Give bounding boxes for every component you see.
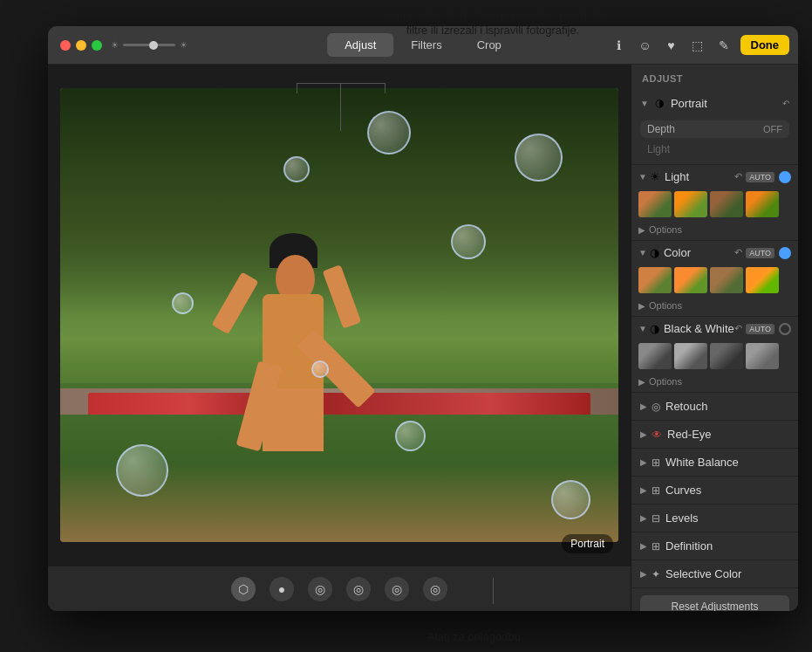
tool-ring-4[interactable]: ◎ [423, 577, 447, 601]
color-options-label: Options [649, 300, 682, 311]
retouch-item[interactable]: ▶ ◎ Retouch [631, 393, 798, 421]
bw-auto-badge: AUTO [746, 324, 774, 334]
light-section: ▼ ☀ Light ↶ AUTO ▶ [631, 165, 798, 241]
light-options-label: Options [649, 224, 682, 235]
selective-color-item[interactable]: ▶ ✦ Selective Color [631, 560, 798, 588]
bubble-1 [367, 111, 411, 154]
color-thumb-4[interactable] [746, 267, 779, 293]
bw-thumb-2[interactable] [674, 343, 707, 369]
edit-icon[interactable]: ✎ [714, 36, 734, 55]
color-thumb-2[interactable] [674, 267, 707, 293]
bw-options-chevron-icon: ▶ [638, 377, 645, 387]
definition-icon: ⊞ [652, 540, 660, 552]
portrait-reset-icon[interactable]: ↶ [782, 99, 789, 108]
done-button[interactable]: Done [740, 35, 790, 55]
tool-ring-2[interactable]: ◎ [346, 577, 371, 601]
panel-header: ADJUST [631, 65, 798, 89]
retouch-chevron-icon: ▶ [640, 401, 647, 411]
bw-thumb-4[interactable] [746, 343, 779, 369]
bw-options[interactable]: ▶ Options [631, 374, 798, 392]
bw-toggle[interactable] [779, 323, 791, 335]
selective-chevron-icon: ▶ [640, 569, 647, 579]
bw-thumb-3[interactable] [710, 343, 743, 369]
close-button[interactable] [60, 40, 71, 51]
portrait-section-header[interactable]: ▼ ◑ Portrait ↶ [631, 89, 798, 117]
wb-label: White Balance [665, 456, 739, 469]
emoji-icon[interactable]: ☺ [636, 36, 655, 55]
right-panel: ADJUST ▼ ◑ Portrait ↶ Depth OFF [631, 65, 798, 611]
info-icon[interactable]: ℹ [610, 36, 629, 55]
panel-scroll[interactable]: ▼ ◑ Portrait ↶ Depth OFF Light [631, 89, 798, 611]
depth-label: Depth [647, 123, 763, 135]
light-section-header[interactable]: ▼ ☀ Light ↶ AUTO [631, 165, 798, 189]
color-section-title: Color [664, 246, 734, 259]
options-chevron-icon: ▶ [638, 225, 645, 235]
bubble-7 [551, 480, 590, 519]
bw-thumbnails [631, 340, 798, 374]
levels-item[interactable]: ▶ ⊟ Levels [631, 504, 798, 532]
curves-item[interactable]: ▶ ⊞ Curves [631, 477, 798, 504]
tool-ring-1[interactable]: ◎ [308, 577, 332, 601]
portrait-sub: Depth OFF Light [631, 117, 798, 164]
share-icon[interactable]: ⬚ [688, 36, 707, 55]
bw-options-label: Options [649, 376, 682, 387]
tool-circle-1[interactable]: ● [270, 577, 294, 601]
reset-adjustments-button[interactable]: Reset Adjustments [640, 595, 789, 611]
light-options[interactable]: ▶ Options [631, 223, 798, 240]
light-thumb-1[interactable] [638, 191, 672, 217]
color-thumb-1[interactable] [638, 267, 672, 293]
brightness-slider[interactable]: ☀ ☀ [111, 40, 188, 50]
light-thumb-3[interactable] [710, 191, 743, 217]
curves-icon: ⊞ [652, 484, 660, 497]
light-thumb-2[interactable] [674, 191, 707, 217]
color-icon: ◑ [650, 246, 659, 259]
light-toggle[interactable] [779, 171, 791, 183]
bubble-8 [311, 360, 329, 378]
curves-label: Curves [665, 484, 701, 497]
color-reset-icon[interactable]: ↶ [734, 247, 742, 258]
color-thumb-3[interactable] [710, 267, 743, 293]
heart-icon[interactable]: ♥ [662, 36, 681, 55]
callout-line [340, 83, 341, 131]
bw-reset-icon[interactable]: ↶ [734, 323, 742, 334]
light-reset-icon[interactable]: ↶ [734, 171, 742, 182]
bottom-annotation-line [493, 578, 494, 604]
color-section-header[interactable]: ▼ ◑ Color ↶ AUTO [631, 241, 798, 264]
portrait-badge[interactable]: Portrait [562, 534, 613, 553]
levels-chevron-icon: ▶ [640, 513, 647, 523]
content-area: Portrait ⬡ ● ◎ ◎ ◎ ◎ ADJUST ▼ ◑ [48, 65, 798, 611]
color-toggle[interactable] [779, 247, 791, 259]
light-thumbnails [631, 189, 798, 223]
bubble-5 [116, 444, 168, 497]
photo-container: Portrait [48, 65, 631, 566]
light-auto-badge: AUTO [746, 172, 774, 182]
depth-value: OFF [763, 124, 782, 134]
color-options[interactable]: ▶ Options [631, 299, 798, 316]
photo-girl [228, 172, 385, 451]
redeye-icon: 👁 [652, 429, 662, 441]
color-options-chevron-icon: ▶ [638, 301, 645, 311]
traffic-lights [48, 40, 102, 51]
bw-section-header[interactable]: ▼ ◑ Black & White ↶ AUTO [631, 317, 798, 340]
bw-thumb-1[interactable] [638, 343, 672, 369]
light-thumb-4[interactable] [746, 191, 779, 217]
maximize-button[interactable] [92, 40, 102, 51]
tool-hexagon[interactable]: ⬡ [231, 577, 256, 601]
callout-bracket [297, 83, 386, 93]
color-auto-badge: AUTO [746, 248, 774, 258]
whitebalance-item[interactable]: ▶ ⊞ White Balance [631, 449, 798, 477]
bubble-2 [283, 156, 310, 182]
levels-icon: ⊟ [652, 512, 660, 525]
photo-area: Portrait ⬡ ● ◎ ◎ ◎ ◎ [48, 65, 631, 611]
tool-ring-3[interactable]: ◎ [385, 577, 409, 601]
minimize-button[interactable] [76, 40, 86, 51]
photo-frame [60, 88, 618, 542]
bubble-3 [451, 224, 486, 259]
redeye-item[interactable]: ▶ 👁 Red-Eye [631, 421, 798, 449]
light-chevron-icon: ▼ [638, 172, 647, 182]
bw-icon: ◑ [650, 322, 659, 335]
levels-label: Levels [665, 511, 699, 525]
definition-item[interactable]: ▶ ⊞ Definition [631, 532, 798, 560]
bubble-4 [172, 292, 194, 314]
redeye-chevron-icon: ▶ [640, 429, 647, 439]
